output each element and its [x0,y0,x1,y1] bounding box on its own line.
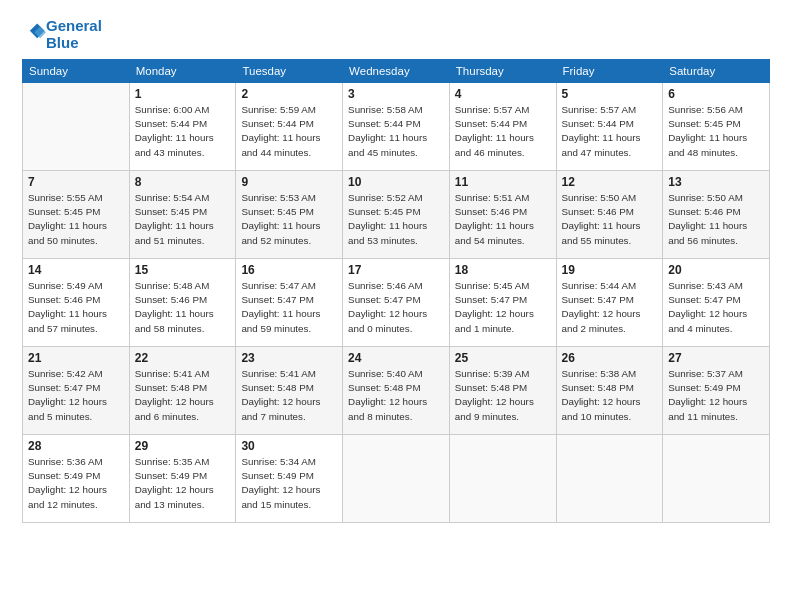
day-number: 14 [28,263,124,277]
table-row: 6Sunrise: 5:56 AM Sunset: 5:45 PM Daylig… [663,83,770,171]
day-info: Sunrise: 5:40 AM Sunset: 5:48 PM Dayligh… [348,367,444,424]
table-row: 3Sunrise: 5:58 AM Sunset: 5:44 PM Daylig… [343,83,450,171]
day-info: Sunrise: 5:41 AM Sunset: 5:48 PM Dayligh… [241,367,337,424]
day-number: 12 [562,175,658,189]
day-number: 23 [241,351,337,365]
day-info: Sunrise: 6:00 AM Sunset: 5:44 PM Dayligh… [135,103,231,160]
day-number: 29 [135,439,231,453]
header-thursday: Thursday [449,60,556,83]
table-row: 22Sunrise: 5:41 AM Sunset: 5:48 PM Dayli… [129,347,236,435]
day-number: 15 [135,263,231,277]
day-info: Sunrise: 5:54 AM Sunset: 5:45 PM Dayligh… [135,191,231,248]
header-wednesday: Wednesday [343,60,450,83]
day-number: 27 [668,351,764,365]
day-number: 1 [135,87,231,101]
table-row: 10Sunrise: 5:52 AM Sunset: 5:45 PM Dayli… [343,171,450,259]
day-info: Sunrise: 5:38 AM Sunset: 5:48 PM Dayligh… [562,367,658,424]
day-number: 16 [241,263,337,277]
header-monday: Monday [129,60,236,83]
day-number: 13 [668,175,764,189]
day-number: 6 [668,87,764,101]
day-info: Sunrise: 5:50 AM Sunset: 5:46 PM Dayligh… [562,191,658,248]
day-info: Sunrise: 5:49 AM Sunset: 5:46 PM Dayligh… [28,279,124,336]
header: General Blue [22,18,770,51]
day-number: 22 [135,351,231,365]
calendar-row-5: 28Sunrise: 5:36 AM Sunset: 5:49 PM Dayli… [23,435,770,523]
table-row: 1Sunrise: 6:00 AM Sunset: 5:44 PM Daylig… [129,83,236,171]
day-number: 5 [562,87,658,101]
calendar-row-2: 7Sunrise: 5:55 AM Sunset: 5:45 PM Daylig… [23,171,770,259]
table-row: 2Sunrise: 5:59 AM Sunset: 5:44 PM Daylig… [236,83,343,171]
day-number: 24 [348,351,444,365]
day-number: 30 [241,439,337,453]
table-row [23,83,130,171]
day-info: Sunrise: 5:39 AM Sunset: 5:48 PM Dayligh… [455,367,551,424]
table-row: 5Sunrise: 5:57 AM Sunset: 5:44 PM Daylig… [556,83,663,171]
page: General Blue Sunday Monday Tuesday Wedne… [0,0,792,612]
day-info: Sunrise: 5:56 AM Sunset: 5:45 PM Dayligh… [668,103,764,160]
day-number: 9 [241,175,337,189]
day-info: Sunrise: 5:34 AM Sunset: 5:49 PM Dayligh… [241,455,337,512]
logo-text: General Blue [46,18,102,51]
logo-icon [24,22,46,44]
day-number: 3 [348,87,444,101]
day-info: Sunrise: 5:41 AM Sunset: 5:48 PM Dayligh… [135,367,231,424]
day-info: Sunrise: 5:48 AM Sunset: 5:46 PM Dayligh… [135,279,231,336]
day-info: Sunrise: 5:42 AM Sunset: 5:47 PM Dayligh… [28,367,124,424]
day-info: Sunrise: 5:45 AM Sunset: 5:47 PM Dayligh… [455,279,551,336]
table-row: 8Sunrise: 5:54 AM Sunset: 5:45 PM Daylig… [129,171,236,259]
table-row: 11Sunrise: 5:51 AM Sunset: 5:46 PM Dayli… [449,171,556,259]
logo: General Blue [22,18,102,51]
day-number: 25 [455,351,551,365]
day-number: 26 [562,351,658,365]
day-info: Sunrise: 5:47 AM Sunset: 5:47 PM Dayligh… [241,279,337,336]
table-row: 29Sunrise: 5:35 AM Sunset: 5:49 PM Dayli… [129,435,236,523]
day-info: Sunrise: 5:53 AM Sunset: 5:45 PM Dayligh… [241,191,337,248]
table-row: 28Sunrise: 5:36 AM Sunset: 5:49 PM Dayli… [23,435,130,523]
day-number: 8 [135,175,231,189]
day-number: 28 [28,439,124,453]
table-row [449,435,556,523]
day-number: 11 [455,175,551,189]
day-info: Sunrise: 5:57 AM Sunset: 5:44 PM Dayligh… [562,103,658,160]
calendar-table: Sunday Monday Tuesday Wednesday Thursday… [22,59,770,523]
table-row: 9Sunrise: 5:53 AM Sunset: 5:45 PM Daylig… [236,171,343,259]
table-row: 24Sunrise: 5:40 AM Sunset: 5:48 PM Dayli… [343,347,450,435]
day-info: Sunrise: 5:55 AM Sunset: 5:45 PM Dayligh… [28,191,124,248]
day-info: Sunrise: 5:57 AM Sunset: 5:44 PM Dayligh… [455,103,551,160]
table-row [556,435,663,523]
table-row: 23Sunrise: 5:41 AM Sunset: 5:48 PM Dayli… [236,347,343,435]
day-info: Sunrise: 5:52 AM Sunset: 5:45 PM Dayligh… [348,191,444,248]
table-row: 18Sunrise: 5:45 AM Sunset: 5:47 PM Dayli… [449,259,556,347]
table-row: 12Sunrise: 5:50 AM Sunset: 5:46 PM Dayli… [556,171,663,259]
table-row: 21Sunrise: 5:42 AM Sunset: 5:47 PM Dayli… [23,347,130,435]
header-saturday: Saturday [663,60,770,83]
table-row: 30Sunrise: 5:34 AM Sunset: 5:49 PM Dayli… [236,435,343,523]
day-number: 2 [241,87,337,101]
day-number: 18 [455,263,551,277]
table-row: 13Sunrise: 5:50 AM Sunset: 5:46 PM Dayli… [663,171,770,259]
day-info: Sunrise: 5:46 AM Sunset: 5:47 PM Dayligh… [348,279,444,336]
day-info: Sunrise: 5:59 AM Sunset: 5:44 PM Dayligh… [241,103,337,160]
header-sunday: Sunday [23,60,130,83]
day-number: 10 [348,175,444,189]
header-friday: Friday [556,60,663,83]
day-number: 19 [562,263,658,277]
table-row: 4Sunrise: 5:57 AM Sunset: 5:44 PM Daylig… [449,83,556,171]
calendar-row-1: 1Sunrise: 6:00 AM Sunset: 5:44 PM Daylig… [23,83,770,171]
day-info: Sunrise: 5:37 AM Sunset: 5:49 PM Dayligh… [668,367,764,424]
table-row: 17Sunrise: 5:46 AM Sunset: 5:47 PM Dayli… [343,259,450,347]
table-row: 26Sunrise: 5:38 AM Sunset: 5:48 PM Dayli… [556,347,663,435]
weekday-header-row: Sunday Monday Tuesday Wednesday Thursday… [23,60,770,83]
day-info: Sunrise: 5:51 AM Sunset: 5:46 PM Dayligh… [455,191,551,248]
day-number: 4 [455,87,551,101]
table-row: 7Sunrise: 5:55 AM Sunset: 5:45 PM Daylig… [23,171,130,259]
table-row: 15Sunrise: 5:48 AM Sunset: 5:46 PM Dayli… [129,259,236,347]
table-row: 14Sunrise: 5:49 AM Sunset: 5:46 PM Dayli… [23,259,130,347]
day-number: 17 [348,263,444,277]
day-number: 21 [28,351,124,365]
day-info: Sunrise: 5:50 AM Sunset: 5:46 PM Dayligh… [668,191,764,248]
day-info: Sunrise: 5:58 AM Sunset: 5:44 PM Dayligh… [348,103,444,160]
table-row [663,435,770,523]
table-row [343,435,450,523]
